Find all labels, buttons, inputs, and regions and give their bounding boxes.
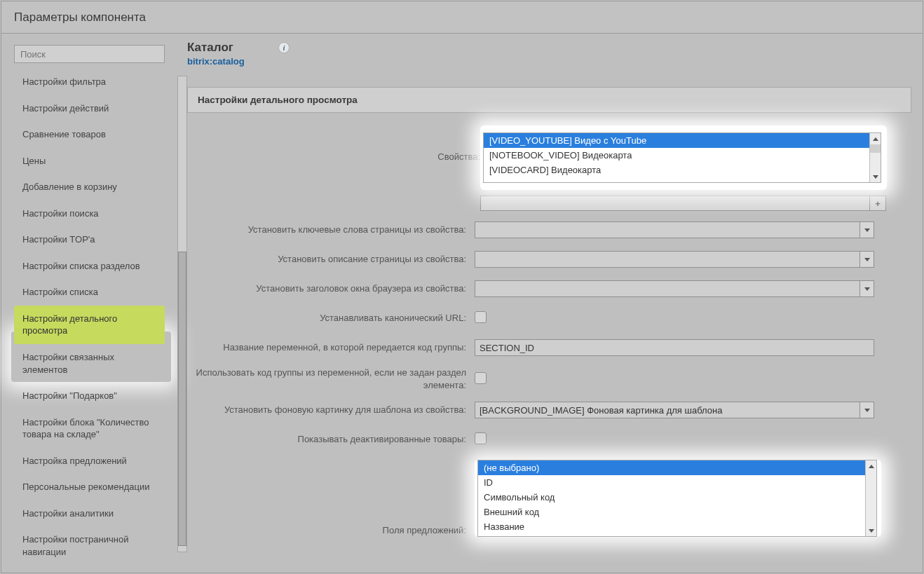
list-option[interactable]: Название [478, 519, 876, 534]
sidebar-item[interactable]: Настройка предложений [14, 448, 165, 474]
component-code: bitrix:catalog [187, 56, 911, 67]
title-bar: Параметры компонента [1, 1, 923, 34]
listbox-scrollbar[interactable] [869, 133, 881, 182]
listbox-scrollbar[interactable] [865, 460, 876, 536]
sidebar-item[interactable]: Настройки связанных элементов [14, 344, 165, 383]
component-header: Каталог i bitrix:catalog [187, 41, 911, 74]
sidebar-item[interactable]: Настройки списка [14, 279, 165, 306]
meta-description-select[interactable] [475, 251, 874, 268]
label-browser-title: Установить заголовок окна браузера из св… [187, 282, 475, 295]
label-meta-description: Установить описание страницы из свойства… [187, 253, 475, 266]
list-option[interactable]: Внешний код [478, 505, 876, 519]
bg-image-select[interactable]: [BACKGROUND_IMAGE] Фоновая картинка для … [475, 402, 874, 418]
scroll-up-icon[interactable] [866, 460, 876, 472]
scroll-down-icon[interactable] [870, 171, 881, 182]
body: Настройки фильтра Настройки действий Сра… [1, 34, 923, 573]
label-offer-fields: Поля предложений: [187, 460, 475, 537]
sidebar-item[interactable]: Добавление в корзину [14, 174, 165, 200]
meta-keywords-select[interactable] [475, 221, 874, 238]
form: Свойства: [VIDEO_YOUTUBE] Видео с YouTub… [187, 113, 911, 541]
sidebar-item-active[interactable]: Настройки детального просмотра [14, 306, 165, 344]
sidebar-item[interactable]: Настройки аналитики [14, 500, 165, 527]
component-title: Каталог [187, 41, 911, 55]
scroll-down-icon[interactable] [866, 525, 876, 536]
list-option[interactable]: [NOTEBOOK_VIDEO] Видеокарта [484, 148, 881, 163]
main-pane: Каталог i bitrix:catalog Настройки детал… [180, 34, 923, 573]
sidebar-scroll: Настройки фильтра Настройки действий Сра… [14, 69, 173, 574]
info-icon[interactable]: i [278, 42, 290, 53]
offer-fields-listbox[interactable]: (не выбрано) ID Символьный код Внешний к… [477, 460, 877, 537]
list-option-selected[interactable]: (не выбрано) [478, 460, 876, 475]
sidebar-item[interactable]: Настройки поиска [14, 200, 165, 227]
label-deactivated: Показывать деактивированные товары: [187, 433, 475, 446]
scroll-thumb[interactable] [870, 144, 881, 153]
label-section-var: Название переменной, в которой передаетс… [187, 341, 475, 354]
properties-highlight: [VIDEO_YOUTUBE] Видео с YouTube [NOTEBOO… [480, 125, 887, 190]
sidebar-item[interactable]: Персональные рекомендации [14, 474, 165, 500]
section-header: Настройки детального просмотра [187, 87, 911, 113]
label-properties: Свойства: [187, 125, 480, 163]
sidebar-item[interactable]: Настройки блока "Количество товара на ск… [14, 409, 165, 448]
list-option[interactable]: Символьный код [478, 490, 876, 505]
search-input[interactable] [14, 45, 165, 63]
label-bg-image: Установить фоновую картинку для шаблона … [187, 404, 475, 416]
use-code-checkbox[interactable] [475, 372, 487, 384]
properties-listbox[interactable]: [VIDEO_YOUTUBE] Видео с YouTube [NOTEBOO… [483, 132, 881, 183]
sidebar-item[interactable]: Настройки TOP'а [14, 226, 165, 253]
list-option[interactable]: [VIDEOCARD] Видеокарта [484, 163, 881, 177]
deactivated-checkbox[interactable] [475, 432, 487, 444]
list-option[interactable]: ID [478, 475, 876, 490]
label-canonical: Устанавливать канонический URL: [187, 312, 475, 324]
list-option-selected[interactable]: [VIDEO_YOUTUBE] Видео с YouTube [484, 133, 881, 148]
sidebar-item[interactable]: Сравнение товаров [14, 121, 165, 148]
label-use-code: Использовать код группы из переменной, е… [187, 367, 475, 391]
label-meta-keywords: Установить ключевые слова страницы из св… [187, 224, 475, 236]
sidebar-item[interactable]: Настройки постраничной навигации [14, 526, 165, 565]
chevron-down-icon [860, 402, 874, 418]
window-frame: Параметры компонента Настройки фильтра Н… [1, 1, 923, 573]
window-title: Параметры компонента [14, 11, 146, 25]
sidebar-item[interactable]: Настройки списка разделов [14, 253, 165, 280]
properties-extra-input[interactable] [480, 196, 870, 211]
sidebar-item[interactable]: Настройки действий [14, 95, 165, 122]
canonical-checkbox[interactable] [475, 311, 487, 323]
sidebar-list: Настройки фильтра Настройки действий Сра… [14, 69, 165, 574]
sidebar-item[interactable]: Настройки "Подарков" [14, 383, 165, 409]
bg-image-value: [BACKGROUND_IMAGE] Фоновая картинка для … [480, 405, 722, 416]
browser-title-select[interactable] [475, 280, 874, 297]
sidebar: Настройки фильтра Настройки действий Сра… [1, 34, 180, 573]
section-var-input[interactable] [475, 339, 874, 356]
sidebar-item[interactable]: Настройки фильтра [14, 69, 165, 95]
sidebar-item[interactable]: Цены [14, 148, 165, 175]
chevron-down-icon [860, 252, 874, 267]
chevron-down-icon [860, 222, 874, 238]
offer-fields-highlight: (не выбрано) ID Символьный код Внешний к… [475, 460, 881, 537]
sidebar-item[interactable]: Настройки 404 ошибки [14, 565, 165, 574]
scroll-up-icon[interactable] [870, 133, 881, 144]
chevron-down-icon [860, 281, 874, 296]
add-property-button[interactable]: + [869, 196, 886, 211]
